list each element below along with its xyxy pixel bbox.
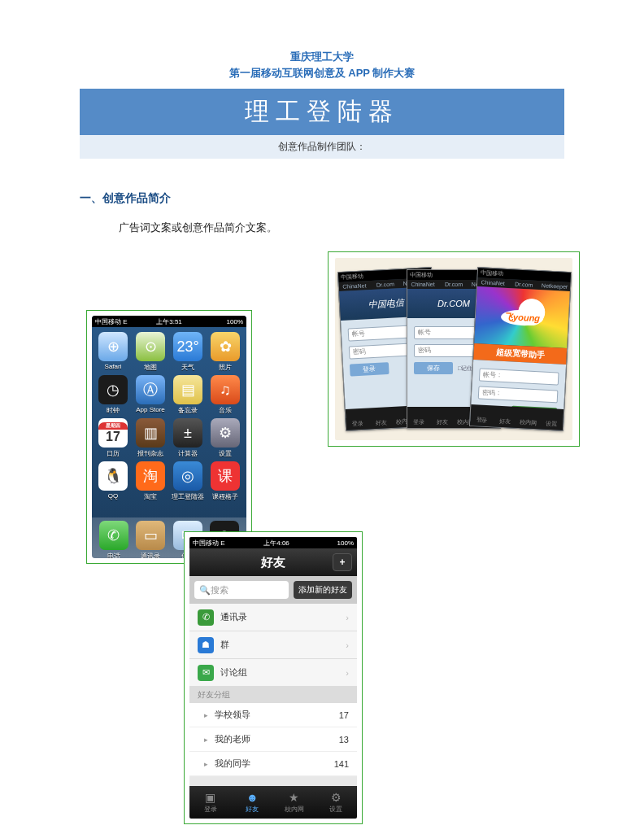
contest-line: 第一届移动互联网创意及 APP 制作大赛 — [80, 65, 564, 81]
app-icon-课程格子[interactable]: 课课程格子 — [207, 461, 243, 501]
nav-bar: 好友 + — [189, 548, 357, 576]
login-collage: 中国移动 ChinaNetDr.comNetkeeper 中国电信 帐号 密码 … — [335, 258, 572, 440]
team-label: 创意作品制作团队： — [80, 135, 564, 159]
search-row: 🔍 搜索 添加新的好友 — [189, 576, 357, 604]
screenshot-canvas: 中国移动 E 上午3:51 100% ⊕Safari⊙地图23°天气✿照片◷时钟… — [80, 251, 564, 772]
tab-icon: ▣ — [205, 791, 215, 804]
chevron-right-icon: › — [346, 668, 349, 678]
friend-row-通讯录[interactable]: ✆通讯录› — [189, 604, 357, 631]
password-field[interactable]: 密码： — [478, 386, 559, 403]
app-icon-Safari[interactable]: ⊕Safari — [95, 332, 131, 372]
dock-icon-通讯录[interactable]: ▭通讯录 — [133, 521, 170, 558]
app-icon-淘宝[interactable]: 淘淘宝 — [133, 461, 168, 501]
doc-header: 重庆理工大学 第一届移动互联网创意及 APP 制作大赛 — [80, 49, 564, 81]
status-bar: 中国移动 E 上午4:06 100% — [189, 537, 357, 548]
app-icon-音乐[interactable]: ♫音乐 — [207, 375, 243, 415]
tab-icon: ★ — [289, 791, 299, 804]
app-icon-天气[interactable]: 23°天气 — [170, 332, 206, 372]
app-icon-理工登陆器[interactable]: ◎理工登陆器 — [170, 461, 206, 501]
save-button[interactable]: 保存 — [414, 362, 453, 374]
friend-row-讨论组[interactable]: ✉讨论组› — [189, 659, 357, 687]
tab-icon: ☻ — [246, 791, 259, 804]
tab-icon: ⚙ — [331, 791, 342, 804]
app-icon-App Store[interactable]: ⒶApp Store — [133, 375, 168, 415]
tab-bar: ▣登录☻好友★校内网⚙设置 — [189, 786, 357, 819]
app-icon-时钟[interactable]: ◷时钟 — [95, 375, 131, 415]
add-friend-button[interactable]: 添加新的好友 — [294, 581, 352, 599]
tab-设置[interactable]: ⚙设置 — [315, 786, 358, 819]
row-icon: ☗ — [198, 637, 214, 653]
tab-校内网[interactable]: ★校内网 — [273, 786, 315, 819]
login-button[interactable]: 登录 — [350, 362, 389, 376]
status-bar: 中国移动 E 上午3:51 100% — [92, 316, 246, 327]
login-shot-netkeeper: 中国移动 ChinaNetDr.comNetkeeper 飞young 超级宽带… — [469, 267, 572, 431]
group-row[interactable]: 学校领导17 — [189, 703, 357, 727]
section-1-body: 广告词文案或创意作品简介文案。 — [80, 221, 564, 235]
tab-好友[interactable]: ☻好友 — [232, 786, 274, 819]
app-icon-QQ[interactable]: 🐧QQ — [95, 461, 131, 501]
ios-home-phone: 中国移动 E 上午3:51 100% ⊕Safari⊙地图23°天气✿照片◷时钟… — [92, 316, 246, 558]
add-friend-icon[interactable]: + — [333, 553, 352, 571]
university-line: 重庆理工大学 — [80, 49, 564, 65]
app-icon-报刊杂志[interactable]: ▥报刊杂志 — [133, 418, 168, 458]
app-icon-备忘录[interactable]: ▤备忘录 — [170, 375, 206, 415]
row-icon: ✆ — [198, 609, 214, 626]
title-band: 理工登陆器 — [80, 89, 564, 135]
search-input[interactable]: 🔍 搜索 — [194, 581, 289, 599]
chevron-right-icon: › — [346, 613, 349, 622]
nav-title: 好友 — [261, 555, 285, 570]
status-time: 上午4:06 — [193, 539, 357, 548]
app-icon-照片[interactable]: ✿照片 — [207, 332, 243, 372]
group-section-header: 好友分组 — [189, 687, 357, 703]
row-icon: ✉ — [198, 665, 214, 681]
app-icon-计算器[interactable]: ±计算器 — [170, 418, 206, 458]
friends-phone: 中国移动 E 上午4:06 100% 好友 + 🔍 搜索 添加新的好友 ✆通讯录… — [189, 537, 357, 819]
tab-登录[interactable]: ▣登录 — [189, 786, 232, 819]
section-1-heading: 一、创意作品简介 — [80, 191, 564, 206]
status-time: 上午3:51 — [92, 317, 246, 326]
chevron-right-icon: › — [346, 640, 349, 650]
account-field[interactable]: 帐号： — [479, 368, 559, 385]
dock-icon-电话[interactable]: ✆电话 — [95, 521, 133, 558]
app-icon-设置[interactable]: ⚙设置 — [207, 418, 243, 458]
group-row[interactable]: 我的老师13 — [189, 727, 357, 752]
app-icon-日历[interactable]: 星期四17日历 — [95, 418, 131, 458]
app-icon-地图[interactable]: ⊙地图 — [133, 332, 168, 372]
feiyoung-logo: 飞young — [474, 286, 570, 348]
group-row[interactable]: 我的同学141 — [189, 752, 357, 776]
friend-row-群[interactable]: ☗群› — [189, 631, 357, 659]
